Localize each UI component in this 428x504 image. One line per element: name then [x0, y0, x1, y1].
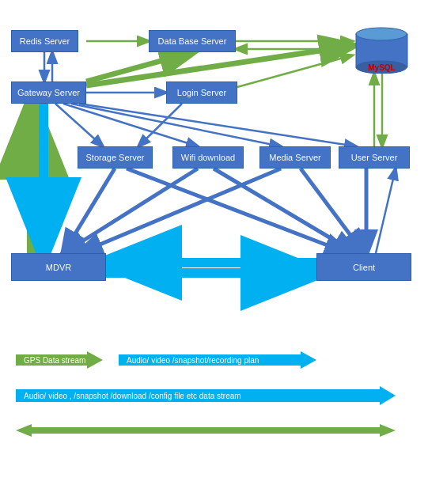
svg-point-29 [356, 28, 407, 40]
media-node: Media Server [259, 146, 331, 169]
svg-line-10 [55, 104, 103, 146]
arrows-svg [0, 0, 428, 504]
svg-line-13 [79, 104, 356, 146]
svg-line-25 [376, 169, 396, 253]
storage-node: Storage Server [78, 146, 153, 169]
login-node: Login Server [166, 81, 237, 104]
client-node: Client [316, 253, 411, 281]
diagram: Redis Server Data Base Server Gateway Se… [0, 0, 428, 504]
mdvr-node: MDVR [11, 253, 106, 281]
wifi-node: Wifi download [172, 146, 244, 169]
database-node: Data Base Server [149, 30, 236, 52]
redis-node: Redis Server [11, 30, 78, 52]
mysql-node: MySQL [352, 22, 411, 74]
gateway-node: Gateway Server [11, 81, 86, 104]
user-node: User Server [339, 146, 410, 169]
